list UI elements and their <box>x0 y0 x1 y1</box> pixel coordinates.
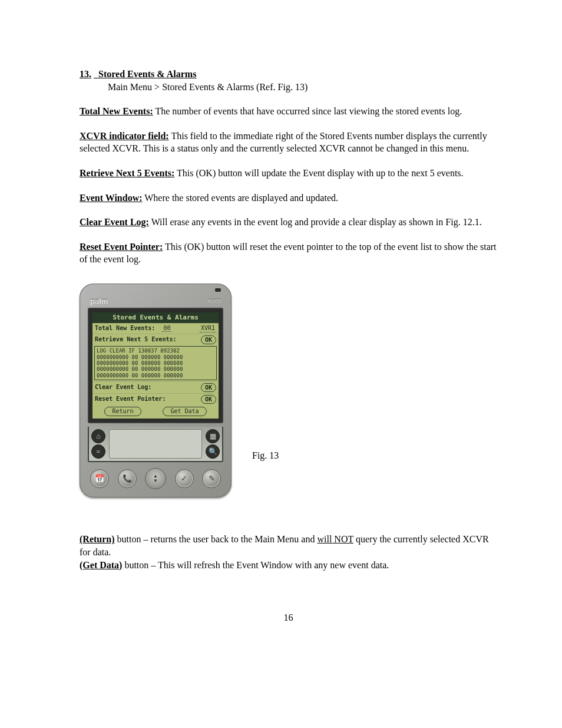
datebook-button[interactable]: 📅 <box>90 469 109 488</box>
page-number: 16 <box>80 612 497 623</box>
section-title: Stored Events & Alarms <box>98 69 196 79</box>
def-label: Event Window: <box>80 193 143 203</box>
def-total-new-events: Total New Events: The number of events t… <box>80 105 497 118</box>
section-number: 13. <box>80 69 91 79</box>
ok-button[interactable]: OK <box>201 335 216 344</box>
menu-icon[interactable]: ≡ <box>91 444 105 459</box>
row-label: Reset Event Pointer: <box>95 396 166 403</box>
figure-row: palm m500 Stored Events & Alarms Total N… <box>80 284 497 498</box>
home-icon[interactable]: ⌂ <box>91 429 105 443</box>
screen-bottom-buttons: Return Get Data <box>92 405 219 419</box>
breadcrumb: Main Menu > Stored Events & Alarms (Ref.… <box>108 82 308 92</box>
log-line: 0000000000 00 000000 000000 <box>97 354 214 360</box>
device-top-bezel <box>84 288 227 295</box>
return-button[interactable]: Return <box>104 407 141 417</box>
scroll-button[interactable]: ▲▼ <box>145 468 166 489</box>
section-heading-block: 13. Stored Events & Alarms Main Menu > S… <box>80 68 497 93</box>
def-get-data-button: (Get Data) button – This will refresh th… <box>80 559 497 572</box>
model-label: m500 <box>207 298 221 304</box>
def-text: The number of events that have occurred … <box>153 106 462 116</box>
row-label: Clear Event Log: <box>95 384 151 391</box>
palm-device: palm m500 Stored Events & Alarms Total N… <box>80 284 232 498</box>
def-label: XCVR indicator field: <box>80 131 169 141</box>
log-line: 0000000000 00 000000 000000 <box>97 366 214 372</box>
def-text: button – This will refresh the Event Win… <box>122 560 389 570</box>
document-page: 13. Stored Events & Alarms Main Menu > S… <box>0 0 562 670</box>
graffiti-area[interactable]: ⌂ ≡ ▦ 🔍 <box>88 427 223 462</box>
ir-port-icon <box>215 288 221 292</box>
def-text: button – returns the user back to the Ma… <box>115 534 318 544</box>
log-line: 0000000000 00 000000 000000 <box>97 373 214 378</box>
def-label: Total New Events: <box>80 106 153 116</box>
def-clear-event-log: Clear Event Log: Will erase any events i… <box>80 216 497 229</box>
row-retrieve-next5: Retrieve Next 5 Events: OK <box>92 334 219 345</box>
def-xcvr-indicator: XCVR indicator field: This field to the … <box>80 130 497 155</box>
def-label: Clear Event Log: <box>80 217 149 227</box>
row-clear-event-log: Clear Event Log: OK <box>92 381 219 393</box>
def-label: (Get Data) <box>80 560 122 570</box>
screen-title: Stored Events & Alarms <box>92 312 219 323</box>
xcvr-indicator: XVR1 <box>200 325 216 333</box>
def-retrieve-next5: Retrieve Next 5 Events: This (OK) button… <box>80 167 497 180</box>
figure-caption: Fig. 13 <box>252 321 279 461</box>
row-label: Total New Events: <box>95 325 155 331</box>
get-data-button[interactable]: Get Data <box>163 407 206 417</box>
row-total-new-events: Total New Events: 00 XVR1 <box>92 323 219 334</box>
def-text: This (OK) button will update the Event d… <box>174 168 463 178</box>
def-label: Reset Event Pointer: <box>80 242 163 252</box>
device-brand-row: palm m500 <box>84 295 227 308</box>
total-value: 00 <box>162 325 171 332</box>
def-label: Retrieve Next 5 Events: <box>80 168 174 178</box>
memo-button[interactable]: ✎ <box>202 469 221 488</box>
def-text: Will erase any events in the event log a… <box>149 217 482 227</box>
hardware-button-row: 📅 📞 ▲▼ ✓ ✎ <box>84 462 227 490</box>
def-label: (Return) <box>80 534 115 544</box>
find-icon[interactable]: 🔍 <box>206 444 220 459</box>
brand-logo: palm <box>90 297 108 305</box>
todo-button[interactable]: ✓ <box>175 469 194 488</box>
address-button[interactable]: 📞 <box>118 469 137 488</box>
def-return-button: (Return) button – returns the user back … <box>80 533 497 558</box>
def-event-window: Event Window: Where the stored events ar… <box>80 192 497 205</box>
lcd-screen: Stored Events & Alarms Total New Events:… <box>92 312 219 419</box>
log-line: 0000000000 00 000000 000000 <box>97 360 214 366</box>
row-label: Retrieve Next 5 Events: <box>95 336 176 344</box>
log-line: LOG CLEAR IF 130037 092302 <box>97 348 214 354</box>
ok-button[interactable]: OK <box>201 395 216 404</box>
graffiti-writing-area[interactable] <box>109 429 202 459</box>
def-text: Where the stored events are displayed an… <box>143 193 338 203</box>
row-reset-event-pointer: Reset Event Pointer: OK <box>92 393 219 405</box>
screen-frame: Stored Events & Alarms Total New Events:… <box>88 308 223 423</box>
def-reset-event-pointer: Reset Event Pointer: This (OK) button wi… <box>80 241 497 266</box>
will-not: will NOT <box>317 534 353 544</box>
event-window: LOG CLEAR IF 130037 092302 0000000000 00… <box>94 346 217 380</box>
apps-icon[interactable]: ▦ <box>206 429 220 443</box>
ok-button[interactable]: OK <box>201 383 216 392</box>
